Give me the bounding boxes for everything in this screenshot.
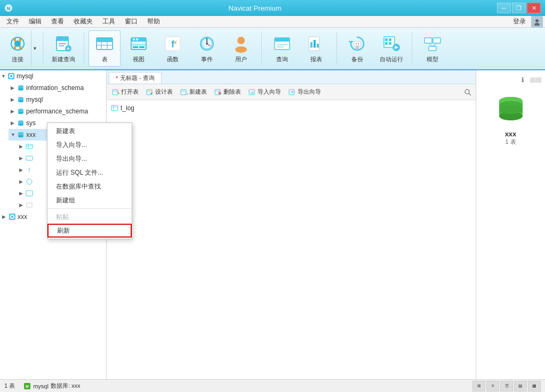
close-button[interactable]: ✕ bbox=[527, 3, 541, 13]
svg-point-120 bbox=[499, 105, 523, 114]
user-button[interactable]: 用户 bbox=[225, 30, 257, 67]
connect-button[interactable]: 连接 bbox=[4, 30, 31, 67]
toolbar-sep-4 bbox=[336, 32, 337, 64]
ctx-new-group[interactable]: 新建组 bbox=[47, 193, 132, 207]
info-more-button[interactable]: ⬜⬜ bbox=[530, 75, 541, 85]
tree-db-mysql[interactable]: ▶ mysql bbox=[9, 94, 106, 105]
info-button[interactable]: ℹ bbox=[517, 75, 528, 85]
svg-point-25 bbox=[136, 38, 138, 40]
event-button[interactable]: 事件 bbox=[191, 30, 223, 67]
auto-run-button[interactable]: 自动运行 bbox=[375, 30, 407, 67]
minimize-button[interactable]: ─ bbox=[497, 3, 511, 13]
menu-window[interactable]: 窗口 bbox=[121, 16, 142, 27]
svg-rect-97 bbox=[181, 89, 186, 95]
tree-db-perf-schema-label: performance_schema bbox=[26, 108, 88, 115]
svg-point-35 bbox=[206, 43, 208, 44]
svg-text:+: + bbox=[186, 92, 188, 96]
menu-view[interactable]: 查看 bbox=[47, 16, 68, 27]
status-table-count: 1 表 bbox=[4, 382, 15, 390]
svg-text:M: M bbox=[26, 385, 29, 388]
tree-arrow-funcs: ▶ bbox=[19, 167, 26, 173]
status-grid-view-button[interactable]: ⊞ bbox=[472, 381, 485, 391]
tree-arrow-views: ▶ bbox=[19, 156, 26, 161]
import-wizard-label: 导入向导 bbox=[258, 88, 281, 96]
svg-rect-85 bbox=[26, 156, 33, 160]
toolbar-sep-1 bbox=[43, 32, 43, 64]
object-list: t_log bbox=[107, 100, 476, 116]
tree-connection-mysql[interactable]: ▼ mysql bbox=[0, 70, 106, 82]
view-button[interactable]: 视图 bbox=[123, 30, 155, 67]
model-icon bbox=[423, 34, 442, 53]
export-wizard-icon bbox=[288, 88, 296, 96]
import-wizard-button[interactable]: 导入向导 bbox=[245, 86, 284, 99]
svg-rect-56 bbox=[389, 42, 391, 45]
context-menu: 新建表 导入向导... 导出向导... 运行 SQL 文件... 在数据库中查找… bbox=[47, 123, 132, 239]
new-table-label: 新建表 bbox=[189, 88, 207, 96]
tree-arrow-perf: ▶ bbox=[11, 109, 17, 114]
ctx-new-table[interactable]: 新建表 bbox=[47, 124, 132, 138]
new-query-button[interactable]: + 新建查询 bbox=[47, 30, 79, 67]
svg-rect-55 bbox=[385, 42, 388, 45]
tree-arrow-backups: ▶ bbox=[19, 202, 26, 208]
tables-icon bbox=[26, 143, 33, 150]
toolbar-sep-2 bbox=[84, 32, 84, 64]
svg-point-37 bbox=[235, 46, 247, 53]
view-label: 视图 bbox=[133, 55, 145, 63]
menu-file[interactable]: 文件 bbox=[2, 16, 23, 27]
svg-point-2 bbox=[535, 19, 539, 22]
tab-modified-marker: * bbox=[116, 75, 118, 81]
status-details-view-button[interactable]: ☰ bbox=[500, 381, 513, 391]
export-wizard-button[interactable]: 导出向导 bbox=[285, 86, 324, 99]
object-search-button[interactable] bbox=[462, 86, 474, 98]
ctx-import-wizard[interactable]: 导入向导... bbox=[47, 138, 132, 152]
info-panel: ℹ ⬜⬜ xxx 1 表 bbox=[476, 70, 545, 379]
design-table-button[interactable]: 设计表 bbox=[143, 86, 176, 99]
report-button[interactable]: 报表 bbox=[300, 30, 332, 67]
login-button[interactable]: 登录 bbox=[509, 17, 530, 26]
backup-button[interactable]: 备份 bbox=[341, 30, 373, 67]
status-extra-btn-1[interactable]: ▤ bbox=[514, 381, 527, 391]
connect-dropdown-arrow[interactable]: ▼ bbox=[31, 30, 38, 67]
restore-button[interactable]: ❐ bbox=[512, 3, 526, 13]
window-controls: ─ ❐ ✕ bbox=[497, 3, 541, 13]
function-button[interactable]: f x 函数 bbox=[157, 30, 189, 67]
svg-point-92 bbox=[11, 216, 13, 218]
svg-rect-93 bbox=[113, 89, 118, 95]
tree-db-sys-label: sys bbox=[26, 119, 36, 127]
tree-arrow-xxx-conn: ▶ bbox=[2, 214, 9, 219]
open-table-button[interactable]: 打开表 bbox=[109, 86, 142, 99]
svg-rect-48 bbox=[354, 42, 360, 46]
status-extra-btn-2[interactable]: ▦ bbox=[528, 381, 541, 391]
tree-db-performance-schema[interactable]: ▶ performance_schema bbox=[9, 105, 106, 117]
ctx-find-in-db[interactable]: 在数据库中查找 bbox=[47, 179, 132, 193]
menu-favorites[interactable]: 收藏夹 bbox=[69, 16, 97, 27]
tab-untitled-query[interactable]: * 无标题 - 查询 bbox=[109, 72, 162, 84]
table-row-t-log[interactable]: t_log bbox=[109, 102, 474, 114]
svg-rect-9 bbox=[19, 46, 21, 49]
new-table-button[interactable]: + 新建表 bbox=[177, 86, 210, 99]
ctx-export-wizard[interactable]: 导出向导... bbox=[47, 152, 132, 166]
tree-db-information-schema[interactable]: ▶ information_schema bbox=[9, 82, 106, 94]
model-button[interactable]: 模型 bbox=[416, 30, 448, 67]
ctx-paste: 粘贴 bbox=[47, 210, 132, 224]
menu-help[interactable]: 帮助 bbox=[143, 16, 164, 27]
table-button[interactable]: 表 bbox=[89, 30, 121, 67]
ctx-run-sql[interactable]: 运行 SQL 文件... bbox=[47, 166, 132, 179]
svg-rect-54 bbox=[389, 38, 391, 41]
svg-rect-17 bbox=[97, 38, 113, 42]
svg-point-69 bbox=[18, 88, 23, 91]
ctx-refresh[interactable]: 刷新 bbox=[47, 224, 132, 238]
svg-point-3 bbox=[534, 23, 540, 26]
menu-edit[interactable]: 编辑 bbox=[25, 16, 46, 27]
delete-table-button[interactable]: 删除表 bbox=[211, 86, 244, 99]
menu-tools[interactable]: 工具 bbox=[98, 16, 119, 27]
svg-rect-53 bbox=[385, 38, 388, 41]
query-button[interactable]: 查询 bbox=[266, 30, 298, 67]
tree-arrow-xxx: ▼ bbox=[11, 132, 17, 137]
object-toolbar: 打开表 设计表 + 新建表 bbox=[107, 84, 476, 100]
status-list-view-button[interactable]: ≡ bbox=[486, 381, 499, 391]
svg-line-63 bbox=[432, 43, 437, 46]
status-bar: 1 表 M mysql 数据库: xxx ⊞ ≡ ☰ ▤ ▦ bbox=[0, 379, 545, 392]
content-pane: * 无标题 - 查询 打开表 设计表 bbox=[107, 70, 476, 379]
backup-label: 备份 bbox=[351, 55, 363, 63]
